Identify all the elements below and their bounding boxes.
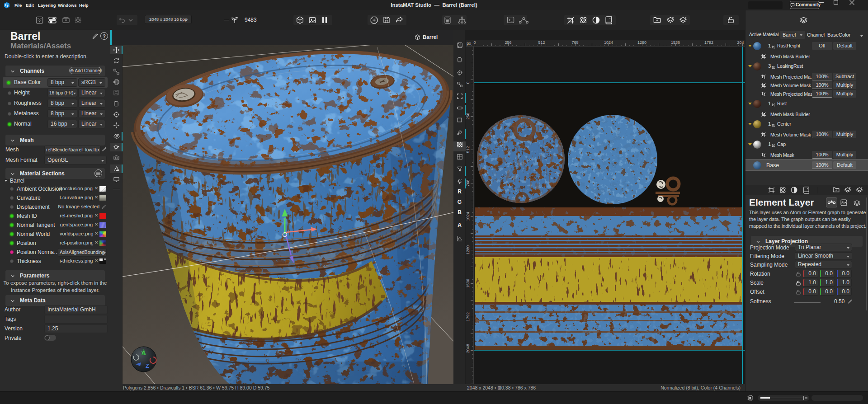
svg-text:Y: Y xyxy=(141,350,145,355)
svg-text:Z: Z xyxy=(146,362,149,369)
